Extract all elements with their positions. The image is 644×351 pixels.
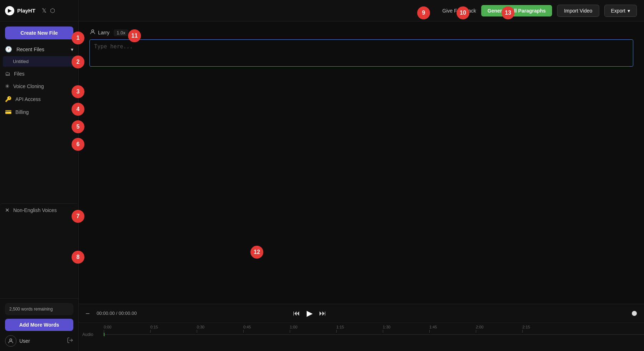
speed-badge[interactable]: 1.0x [114,29,128,36]
voice-avatar-icon [89,29,96,37]
non-english-icon: ✕ [5,207,10,213]
files-icon: 🗂 [5,71,10,77]
api-access-label: API Access [15,96,41,102]
logo-icon: ▶ [5,6,14,15]
billing-icon: 💳 [5,109,12,115]
add-more-words-button[interactable]: Add More Words [5,319,73,331]
topbar: Untitled ✏ 0 words • 0 sec speaking time… [0,0,644,21]
files-label: Files [14,71,25,77]
ruler-mark-5: 1:15 [336,325,383,329]
words-remaining: 2,500 words remaining [5,303,73,315]
logout-icon[interactable] [67,337,73,345]
paragraph-block: Larry 1.0x [89,29,633,68]
timeline-track: Audio [79,329,644,337]
api-access-icon: 🔑 [5,96,12,102]
social-icons: 𝕏 ⬡ [42,7,55,14]
timeline-ruler: 0:00 0:15 0:30 0:45 1:00 1:15 1:30 1:45 … [79,323,644,329]
text-input[interactable] [89,39,633,67]
ruler-mark-9: 2:15 [522,325,569,329]
svg-point-0 [10,339,12,341]
play-button[interactable]: ▶ [307,309,313,318]
user-name: User [19,338,30,344]
main-layout: Create New File 🕐 Recent Files ▾ Untitle… [0,21,644,351]
voice-selector-button[interactable]: Larry [89,29,109,37]
sidebar-item-non-english[interactable]: ✕ Non-English Voices [0,203,78,217]
ruler-mark-8: 2:00 [476,325,522,329]
sidebar-item-billing[interactable]: 💳 Billing [0,106,78,119]
skip-back-button[interactable]: ⏮ [293,309,300,317]
current-time: 00:00 [97,311,108,316]
player-bar: – 00:00.00 / 00:00.00 ⏮ ▶ ⏭ [79,304,644,322]
app-logo: ▶ PlayHT [5,6,35,15]
ruler-mark-2: 0:30 [197,325,243,329]
editor-area: Larry 1.0x [79,21,644,304]
feedback-button[interactable]: Give Feedback [442,8,476,14]
svg-point-2 [92,30,94,32]
paragraph-header: Larry 1.0x [89,29,633,37]
ruler-mark-7: 1:45 [429,325,476,329]
voice-cloning-label: Voice Cloning [13,83,44,89]
ruler-mark-0: 0:00 [104,325,150,329]
track-label: Audio [82,332,104,337]
recent-files-icon: 🕐 [5,46,12,52]
discord-icon[interactable]: ⬡ [50,7,55,14]
voice-cloning-icon: ✳ [5,83,10,90]
content-area: Larry 1.0x – 00:00.00 / 00:00.00 ⏮ ▶ ⏭ [79,21,644,351]
non-english-label: Non-English Voices [13,207,57,213]
recent-file-item-untitled[interactable]: Untitled [3,56,75,67]
sidebar-item-api-access[interactable]: 🔑 API Access [0,93,78,106]
total-time-ms: .00 [130,311,137,316]
sidebar-bottom: 2,500 words remaining Add More Words Use… [0,298,78,351]
sidebar-item-voice-cloning[interactable]: ✳ Voice Cloning [0,80,78,93]
volume-knob[interactable] [632,311,637,316]
user-avatar [5,335,16,347]
voice-name: Larry [98,30,109,35]
generate-all-button[interactable]: Generate All Paragraphs [481,5,552,16]
ruler-mark-4: 1:00 [290,325,336,329]
total-time: 00:00 [119,311,131,316]
create-new-file-button[interactable]: Create New File [5,27,73,39]
ruler-mark-6: 1:30 [383,325,429,329]
volume-minus-icon[interactable]: – [86,309,89,317]
export-label: Export [611,8,625,14]
current-time-ms: .00 [108,311,115,316]
export-chevron-icon: ▾ [628,8,630,14]
export-button[interactable]: Export ▾ [604,5,637,17]
sidebar-item-files[interactable]: 🗂 Files [0,67,78,80]
timeline-area: 0:00 0:15 0:30 0:45 1:00 1:15 1:30 1:45 … [79,322,644,351]
user-row: User [5,335,73,347]
ruler-mark-3: 0:45 [243,325,290,329]
recent-files-header[interactable]: 🕐 Recent Files ▾ [0,43,78,56]
player-controls: ⏮ ▶ ⏭ [293,309,326,318]
logo-bar: ▶ PlayHT 𝕏 ⬡ [0,0,79,21]
ruler-mark-1: 0:15 [150,325,197,329]
recent-files-chevron-icon: ▾ [71,47,73,52]
topbar-right: Give Feedback Generate All Paragraphs Im… [442,5,637,17]
track-line [104,334,644,335]
player-time: 00:00.00 / 00:00.00 [97,311,137,316]
twitter-icon[interactable]: 𝕏 [42,7,47,14]
recent-files-label: Recent Files [16,47,44,52]
import-video-button[interactable]: Import Video [557,5,599,17]
billing-label: Billing [15,109,29,115]
sidebar: Create New File 🕐 Recent Files ▾ Untitle… [0,21,79,351]
skip-forward-button[interactable]: ⏭ [319,309,326,317]
track-position-marker [104,333,104,336]
app-name: PlayHT [17,8,35,14]
recent-file-name: Untitled [13,59,29,64]
